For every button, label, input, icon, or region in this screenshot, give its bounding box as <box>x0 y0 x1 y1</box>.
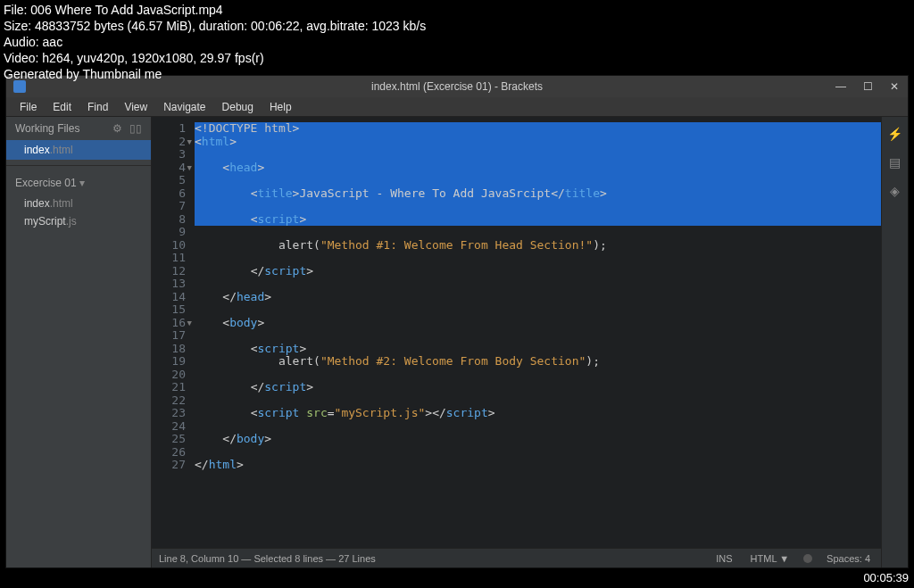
code-line[interactable] <box>195 303 881 317</box>
main-area: Working Files ⚙ ▯▯ index.html Excercise … <box>6 117 908 567</box>
code-line[interactable]: <script src="myScript.js"></script> <box>195 407 881 420</box>
chevron-down-icon: ▾ <box>79 177 85 189</box>
sidebar-divider <box>6 165 151 166</box>
line-number[interactable]: 25 <box>152 433 186 446</box>
video-size-line: Size: 48833752 bytes (46.57 MiB), durati… <box>4 18 426 34</box>
status-cursor[interactable]: Line 8, Column 10 — Selected 8 lines — 2… <box>159 553 712 564</box>
line-number[interactable]: 7 <box>152 200 186 213</box>
code-line[interactable]: </script> <box>195 265 881 278</box>
line-number[interactable]: 4▼ <box>152 161 186 175</box>
project-file[interactable]: myScript.js <box>6 212 151 230</box>
code-line[interactable]: alert("Method #1: Welcome From Head Sect… <box>195 239 881 253</box>
line-number[interactable]: 19 <box>152 355 186 369</box>
thumbnail-timestamp: 00:05:39 <box>863 571 909 584</box>
project-label: Excercise 01 <box>15 177 79 189</box>
menu-find[interactable]: Find <box>79 99 116 115</box>
extensions-icon[interactable]: ▤ <box>887 154 903 170</box>
line-number[interactable]: 11 <box>152 252 186 265</box>
menu-bar: FileEditFindViewNavigateDebugHelp <box>6 97 908 117</box>
status-spaces[interactable]: Spaces: 4 <box>823 553 874 564</box>
status-ins[interactable]: INS <box>712 553 735 564</box>
code-line[interactable] <box>195 226 881 239</box>
code-line[interactable] <box>195 174 881 187</box>
code-line[interactable] <box>195 148 881 161</box>
menu-navigate[interactable]: Navigate <box>155 99 213 115</box>
menu-debug[interactable]: Debug <box>214 99 262 115</box>
line-number[interactable]: 9 <box>152 226 186 239</box>
status-language[interactable]: HTML ▼ <box>747 553 793 564</box>
maximize-button[interactable]: ☐ <box>854 76 881 97</box>
line-number[interactable]: 6 <box>152 187 186 201</box>
status-dot-icon[interactable] <box>803 554 812 563</box>
live-preview-icon[interactable]: ⚡ <box>887 126 903 142</box>
code-line[interactable] <box>195 252 881 265</box>
menu-help[interactable]: Help <box>262 99 300 115</box>
line-number[interactable]: 16▼ <box>152 317 186 330</box>
code-line[interactable]: </head> <box>195 291 881 304</box>
code-editor[interactable]: 12▼34▼5678910111213141516▼17181920212223… <box>152 117 881 548</box>
project-file[interactable]: index.html <box>6 195 151 212</box>
code-line[interactable]: <title>JavaScript - Where To Add JavaSrc… <box>195 187 881 201</box>
menu-view[interactable]: View <box>116 99 155 115</box>
editor-wrap: 12▼34▼5678910111213141516▼17181920212223… <box>152 117 881 567</box>
code-line[interactable] <box>195 277 881 291</box>
window-title: index.html (Excercise 01) - Brackets <box>6 80 908 93</box>
close-button[interactable]: ✕ <box>881 76 908 97</box>
code-line[interactable] <box>195 420 881 434</box>
line-number[interactable]: 23 <box>152 407 186 420</box>
line-number[interactable]: 12 <box>152 265 186 278</box>
line-number[interactable]: 27 <box>152 459 186 472</box>
line-number[interactable]: 26 <box>152 446 186 460</box>
line-number[interactable]: 14 <box>152 291 186 304</box>
line-number[interactable]: 18 <box>152 343 186 356</box>
line-number[interactable]: 5 <box>152 174 186 187</box>
working-files-label: Working Files <box>15 122 79 135</box>
line-number[interactable]: 20 <box>152 369 186 382</box>
menu-edit[interactable]: Edit <box>45 99 79 115</box>
code-line[interactable] <box>195 329 881 343</box>
app-icon <box>13 80 26 93</box>
minimize-button[interactable]: — <box>827 76 854 97</box>
code-line[interactable]: <html> <box>195 136 881 149</box>
working-file[interactable]: index.html <box>6 140 151 160</box>
line-number[interactable]: 10 <box>152 239 186 253</box>
line-number[interactable]: 22 <box>152 394 186 408</box>
gear-icon[interactable]: ⚙ <box>112 122 122 135</box>
video-audio-line: Audio: aac <box>4 34 426 50</box>
code-line[interactable]: </script> <box>195 381 881 394</box>
line-number[interactable]: 13 <box>152 277 186 291</box>
line-number[interactable]: 21 <box>152 381 186 394</box>
code-line[interactable]: <body> <box>195 317 881 330</box>
video-video-line: Video: h264, yuv420p, 1920x1080, 29.97 f… <box>4 50 426 66</box>
code-line[interactable]: <script> <box>195 343 881 356</box>
settings-icon[interactable]: ◈ <box>887 183 903 199</box>
code-line[interactable] <box>195 200 881 213</box>
sidebar: Working Files ⚙ ▯▯ index.html Excercise … <box>6 117 152 567</box>
menu-file[interactable]: File <box>12 99 45 115</box>
code-line[interactable]: </html> <box>195 459 881 472</box>
code-area[interactable]: <!DOCTYPE html><html> <head> <title>Java… <box>191 117 881 548</box>
code-line[interactable]: alert("Method #2: Welcome From Body Sect… <box>195 355 881 369</box>
line-number[interactable]: 2▼ <box>152 136 186 149</box>
line-number[interactable]: 3 <box>152 148 186 161</box>
line-number[interactable]: 1 <box>152 122 186 136</box>
line-number[interactable]: 8 <box>152 213 186 227</box>
code-line[interactable]: <!DOCTYPE html> <box>195 122 881 136</box>
video-file-line: File: 006 Where To Add JavaScript.mp4 <box>4 2 426 18</box>
working-files-header[interactable]: Working Files ⚙ ▯▯ <box>6 117 151 140</box>
code-line[interactable] <box>195 394 881 408</box>
status-bar: Line 8, Column 10 — Selected 8 lines — 2… <box>152 548 881 567</box>
line-number[interactable]: 17 <box>152 329 186 343</box>
split-icon[interactable]: ▯▯ <box>129 122 142 135</box>
line-gutter: 12▼34▼5678910111213141516▼17181920212223… <box>152 117 191 548</box>
code-line[interactable]: </body> <box>195 433 881 446</box>
line-number[interactable]: 24 <box>152 420 186 434</box>
code-line[interactable] <box>195 446 881 460</box>
right-panel: ⚡ ▤ ◈ <box>881 117 908 567</box>
project-header[interactable]: Excercise 01 ▾ <box>6 171 151 195</box>
code-line[interactable] <box>195 369 881 382</box>
code-line[interactable]: <script> <box>195 213 881 227</box>
video-generator-line: Generated by Thumbnail me <box>4 66 426 82</box>
line-number[interactable]: 15 <box>152 303 186 317</box>
code-line[interactable]: <head> <box>195 161 881 175</box>
